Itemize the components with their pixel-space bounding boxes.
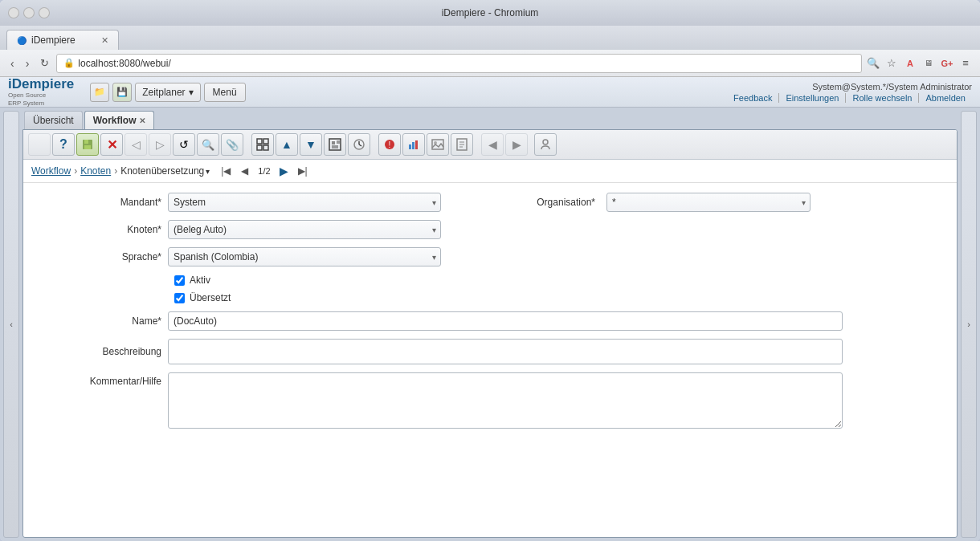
toolbar-up-btn[interactable]: ▲ <box>276 133 298 156</box>
svg-rect-6 <box>263 145 268 150</box>
aktiv-label[interactable]: Aktiv <box>190 275 210 286</box>
svg-rect-3 <box>257 139 262 144</box>
new-tab-button[interactable] <box>120 42 137 50</box>
save-icon-btn[interactable]: 💾 <box>112 83 132 102</box>
mandant-field: System ▾ <box>168 193 441 212</box>
toolbar-grid-btn[interactable] <box>251 133 274 156</box>
browser-tab-idempiere[interactable]: 🔵 iDempiere ✕ <box>6 30 119 50</box>
breadcrumb-sep1: › <box>74 165 77 177</box>
toolbar-prev-rec-btn[interactable]: ◁ <box>125 133 147 156</box>
beschreibung-label: Beschreibung <box>39 346 168 357</box>
tab-uebersicht[interactable]: Übersicht <box>24 111 83 129</box>
nav-last-btn[interactable]: ▶| <box>295 163 311 179</box>
beschreibung-row: Beschreibung <box>39 339 941 364</box>
rolle-wechseln-link[interactable]: Rolle wechseln <box>846 93 919 103</box>
mandant-select[interactable]: System <box>168 193 441 212</box>
beschreibung-textarea[interactable] <box>168 339 843 364</box>
tab-uebersicht-label: Übersicht <box>33 115 74 126</box>
tab-workflow-close[interactable]: ✕ <box>139 116 145 125</box>
breadcrumb-dropdown-arrow[interactable]: ▾ <box>206 167 210 176</box>
maximize-button[interactable] <box>39 7 50 18</box>
toolbar-attach-btn[interactable]: 📎 <box>221 133 243 156</box>
forward-button[interactable]: › <box>22 55 34 71</box>
logo-sub: Open SourceERP System <box>8 92 74 107</box>
svg-rect-18 <box>409 144 411 149</box>
toolbar-image-btn[interactable] <box>427 133 449 156</box>
toolbar-icon-red-btn[interactable]: ! <box>378 133 401 156</box>
back-button[interactable]: ‹ <box>6 55 18 71</box>
browser-controls[interactable] <box>8 7 50 18</box>
logo-main: iDempiere <box>8 77 74 92</box>
translate-icon[interactable]: A <box>902 55 918 71</box>
toolbar-history-btn[interactable] <box>348 133 370 156</box>
organisation-label: Organisation* <box>521 197 602 208</box>
toolbar-left-btn[interactable]: ◀ <box>481 133 504 156</box>
tab-close-button[interactable]: ✕ <box>101 35 108 46</box>
bookmark-icon[interactable]: ☆ <box>884 55 900 71</box>
organisation-field-group: Organisation* * ▾ <box>521 193 811 212</box>
ext2-icon[interactable]: G+ <box>939 55 955 71</box>
name-input[interactable] <box>168 311 843 331</box>
minimize-button[interactable] <box>23 7 35 18</box>
toolbar-user-btn[interactable] <box>534 133 557 156</box>
breadcrumb-knoten[interactable]: Knoten <box>80 165 111 177</box>
sprache-select[interactable]: Spanish (Colombia) <box>168 247 441 266</box>
einstellungen-link[interactable]: Einstellungen <box>779 93 846 103</box>
main-area: ‹ Übersicht Workflow ✕ <box>0 108 980 541</box>
aktiv-checkbox[interactable] <box>174 275 185 286</box>
feedback-link[interactable]: Feedback <box>727 93 779 103</box>
nav-prev-btn[interactable]: ◀ <box>236 163 252 179</box>
toolbar-right-btn[interactable]: ▶ <box>505 133 528 156</box>
breadcrumb-sep2: › <box>114 165 117 177</box>
toolbar-find-btn[interactable]: 🔍 <box>197 133 219 156</box>
menue-button[interactable]: Menü <box>204 83 246 102</box>
menu-icon[interactable]: ≡ <box>958 55 974 71</box>
svg-rect-19 <box>412 142 414 149</box>
nav-next-btn[interactable]: ▶ <box>276 163 292 179</box>
knoten-select[interactable]: (Beleg Auto) <box>168 220 441 239</box>
abmelden-link[interactable]: Abmelden <box>919 93 972 103</box>
toolbar-delete-btn[interactable]: ✕ <box>100 133 123 156</box>
nav-arrows: |◀ ◀ 1/2 ▶ ▶| <box>218 163 310 179</box>
sidebar-toggle[interactable]: ‹ <box>3 111 19 538</box>
mandant-label: Mandant* <box>39 197 168 208</box>
content-box: ? ✕ ◁ ▷ ↺ 🔍 📎 ▲ <box>22 129 958 538</box>
toolbar-refresh-btn[interactable]: ↺ <box>173 133 195 156</box>
breadcrumb-current: Knotenübersetzung ▾ <box>120 165 210 177</box>
sprache-field: Spanish (Colombia) ▾ <box>168 247 441 266</box>
close-button[interactable] <box>8 7 19 18</box>
header-right: System@System.*/System Administrator Fee… <box>727 82 972 103</box>
kommentar-textarea[interactable] <box>168 372 843 429</box>
ext1-icon[interactable]: 🖥 <box>921 55 937 71</box>
toolbar-save-btn[interactable] <box>76 133 99 156</box>
folder-icon-btn[interactable]: 📁 <box>90 83 109 102</box>
uebersetzt-checkbox[interactable] <box>174 293 185 303</box>
toolbar-form-btn[interactable] <box>324 133 346 156</box>
uebersetzt-label[interactable]: Übersetzt <box>190 292 231 303</box>
svg-rect-1 <box>84 140 88 144</box>
tab-favicon: 🔵 <box>17 36 27 45</box>
toolbar-blank-btn[interactable] <box>28 133 51 156</box>
svg-rect-4 <box>263 139 268 144</box>
breadcrumb-workflow[interactable]: Workflow <box>31 165 71 177</box>
header-buttons: 📁 💾 Zeitplaner ▾ Menü <box>90 83 245 102</box>
svg-rect-8 <box>332 141 335 144</box>
toolbar-next-rec-btn[interactable]: ▷ <box>149 133 171 156</box>
organisation-select[interactable]: * <box>606 193 811 212</box>
browser-tabs-bar: 🔵 iDempiere ✕ <box>0 26 980 50</box>
right-sidebar-toggle[interactable]: › <box>961 111 977 538</box>
tabs-bar: Übersicht Workflow ✕ <box>22 111 958 129</box>
toolbar-chart-btn[interactable] <box>402 133 425 156</box>
mandant-row: Mandant* System ▾ Organisation* <box>39 193 941 212</box>
reload-button[interactable]: ↻ <box>36 55 53 71</box>
tab-workflow-label: Workflow <box>93 115 137 126</box>
zeitplaner-dropdown[interactable]: Zeitplaner ▾ <box>135 83 200 102</box>
toolbar-notes-btn[interactable] <box>451 133 473 156</box>
toolbar-help-btn[interactable]: ? <box>52 133 75 156</box>
tab-workflow[interactable]: Workflow ✕ <box>84 111 155 129</box>
breadcrumb-bar: Workflow › Knoten › Knotenübersetzung ▾ … <box>23 160 957 183</box>
nav-first-btn[interactable]: |◀ <box>218 163 234 179</box>
toolbar-down-btn[interactable]: ▼ <box>300 133 322 156</box>
address-bar[interactable]: 🔒 localhost:8080/webui/ <box>56 54 862 73</box>
zoom-icon[interactable]: 🔍 <box>865 55 881 71</box>
